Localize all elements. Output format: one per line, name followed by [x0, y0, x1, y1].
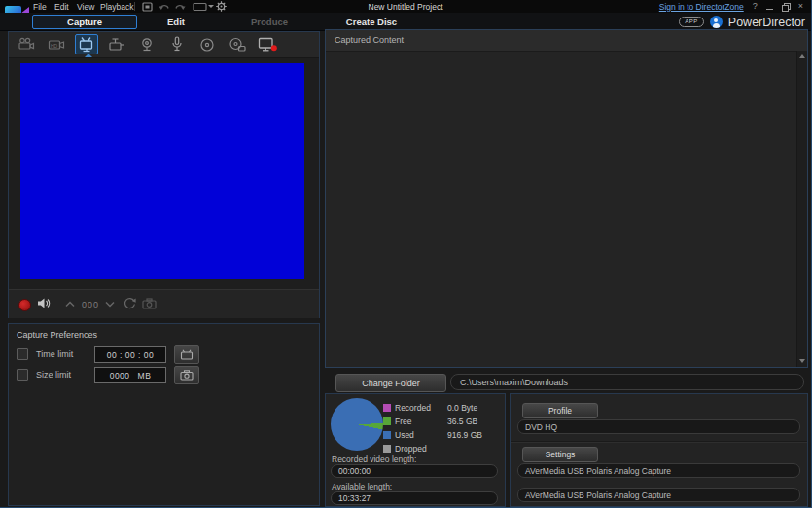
scroll-down-icon[interactable]	[799, 359, 805, 363]
recorded-value: 0.0 Byte	[447, 403, 477, 413]
brand-name: PowerDirector	[728, 16, 805, 29]
profile-button[interactable]: Profile	[522, 403, 598, 418]
dv-camcorder-icon[interactable]	[15, 34, 38, 54]
disk-usage-pie	[331, 398, 383, 451]
record-controls: 000	[9, 289, 319, 318]
capture-preview	[20, 63, 304, 279]
screen-capture-icon[interactable]	[256, 34, 279, 54]
used-value: 916.9 GB	[447, 430, 482, 440]
svg-text:HD: HD	[51, 43, 58, 49]
toolbar-separator	[134, 2, 135, 11]
time-limit-video-button[interactable]	[174, 345, 199, 364]
redo-icon[interactable]	[173, 1, 186, 12]
snapshot-camera-icon[interactable]	[142, 298, 157, 309]
menu-view[interactable]: View	[77, 2, 94, 12]
free-label: Free	[395, 417, 411, 426]
disk-usage-panel: Recorded 0.0 Byte Free 36.5 GB Used 916.…	[325, 393, 506, 507]
panel-divider	[511, 441, 807, 443]
help-button[interactable]: ?	[753, 1, 758, 12]
menu-playback[interactable]: Playback	[100, 2, 134, 12]
tab-produce[interactable]: Produce	[251, 17, 288, 27]
video-device-field[interactable]: AVerMedia USB Polaris Analog Capture	[517, 463, 800, 478]
size-limit-checkbox[interactable]	[17, 369, 28, 381]
capture-preferences-title: Capture Preferences	[17, 330, 97, 340]
size-limit-camera-button[interactable]	[174, 366, 199, 384]
record-button[interactable]	[18, 299, 31, 311]
project-title: New Untitled Project	[368, 2, 442, 12]
cd-audio-icon[interactable]	[195, 34, 219, 54]
signin-directorzone-link[interactable]: Sign in to DirectorZone	[659, 2, 744, 12]
menu-edit[interactable]: Edit	[54, 2, 69, 12]
capture-source-toolbar: HD	[9, 32, 319, 58]
aspect-ratio-icon[interactable]	[191, 1, 208, 12]
size-limit-value: 0000	[110, 371, 130, 381]
microphone-icon[interactable]	[165, 34, 189, 54]
captured-content-title: Captured Content	[335, 35, 404, 45]
capture-window-icon[interactable]	[141, 1, 154, 12]
counter-up-icon[interactable]	[65, 301, 75, 308]
change-folder-button[interactable]: Change Folder	[335, 374, 446, 392]
captured-content-header: Captured Content	[326, 30, 807, 52]
app-store-badge[interactable]: APP	[679, 17, 704, 27]
vertical-scrollbar[interactable]	[796, 51, 807, 367]
capture-preferences-panel: Capture Preferences Time limit 00 : 00 :…	[8, 323, 320, 506]
hdv-camcorder-icon[interactable]: HD	[45, 34, 68, 54]
capture-counter: 000	[82, 300, 99, 309]
available-length-field[interactable]: 10:33:27	[331, 491, 498, 505]
volume-icon[interactable]	[37, 297, 51, 309]
powerdirector-window: File Edit View Playback New Untitled Pro…	[0, 0, 812, 508]
counter-down-icon[interactable]	[105, 301, 115, 308]
recorded-swatch	[383, 404, 391, 412]
tab-capture[interactable]: Capture	[32, 15, 137, 29]
tab-create-disc[interactable]: Create Disc	[346, 17, 397, 27]
close-button[interactable]: ×	[798, 1, 803, 12]
audio-device-field[interactable]: AVerMedia USB Polaris Analog Capture	[517, 488, 800, 502]
time-limit-value: 00 : 00 : 00	[107, 350, 155, 360]
available-length-label: Available length:	[332, 482, 392, 491]
profile-settings-panel: Profile DVD HQ Settings AVerMedia USB Po…	[510, 393, 808, 507]
menu-file[interactable]: File	[33, 2, 47, 12]
free-swatch	[383, 417, 391, 425]
size-limit-unit: MB	[138, 371, 152, 381]
settings-button[interactable]: Settings	[522, 447, 598, 462]
scroll-up-icon[interactable]	[799, 54, 805, 58]
time-limit-input[interactable]: 00 : 00 : 00	[94, 346, 166, 363]
recorded-label: Recorded	[395, 403, 431, 413]
aspect-ratio-caret-icon[interactable]	[208, 5, 214, 8]
tv-signal-icon[interactable]	[75, 34, 98, 54]
selected-source-pointer-icon	[85, 54, 92, 57]
undo-icon[interactable]	[158, 1, 170, 12]
capture-folder-path[interactable]: C:\Users\maxim\Downloads	[450, 374, 804, 390]
minimize-button[interactable]	[766, 9, 773, 10]
user-avatar[interactable]	[710, 16, 723, 28]
tab-edit[interactable]: Edit	[167, 17, 185, 27]
settings-gear-icon[interactable]	[215, 1, 228, 12]
webcam-icon[interactable]	[135, 34, 159, 54]
captured-content-panel: Captured Content	[325, 29, 808, 368]
dropped-swatch	[383, 445, 391, 453]
recorded-length-field[interactable]: 00:00:00	[331, 464, 498, 478]
refresh-icon[interactable]	[124, 297, 136, 309]
used-label: Used	[395, 430, 414, 440]
restore-button[interactable]	[782, 3, 790, 11]
dropped-label: Dropped	[395, 444, 427, 454]
size-limit-label: Size limit	[36, 370, 71, 380]
size-limit-input[interactable]: 0000 MB	[94, 367, 166, 383]
dvd-camcorder-icon[interactable]	[226, 34, 249, 54]
recorded-length-label: Recorded video length:	[332, 454, 416, 464]
used-swatch	[383, 431, 391, 439]
analog-tv-icon[interactable]	[105, 34, 128, 54]
free-value: 36.5 GB	[447, 417, 477, 426]
time-limit-label: Time limit	[36, 349, 73, 359]
time-limit-checkbox[interactable]	[17, 348, 28, 360]
profile-value-field[interactable]: DVD HQ	[517, 419, 800, 434]
